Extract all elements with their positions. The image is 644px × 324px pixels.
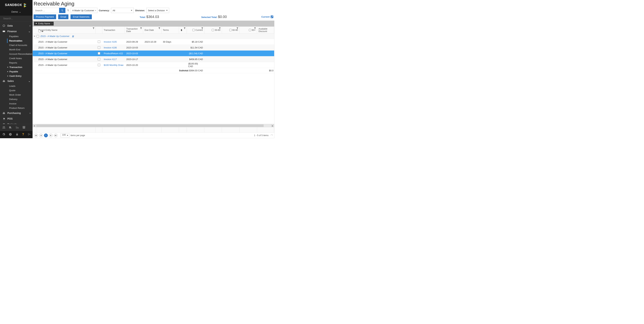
email-button[interactable]: Email xyxy=(58,15,68,19)
filter-icon[interactable] xyxy=(254,27,256,30)
email-statements-button[interactable]: Email Statemets xyxy=(70,15,92,19)
lock-icon[interactable] xyxy=(16,133,19,136)
search-button[interactable] xyxy=(59,8,66,13)
horizontal-scrollbar[interactable]: ◄ ► xyxy=(33,124,274,127)
nav-sub-quote[interactable]: Quote xyxy=(9,88,32,93)
group-checkbox[interactable] xyxy=(36,35,39,38)
col-transaction[interactable]: Transaction xyxy=(102,27,125,34)
process-payment-button[interactable]: Process Payment xyxy=(34,15,56,19)
page-last-button[interactable]: ⏭ xyxy=(54,133,58,137)
nav-item-sales[interactable]: Sales⌄ xyxy=(0,78,32,84)
clear-customer-icon[interactable]: × xyxy=(95,9,96,12)
nav-sub-product-return[interactable]: Product Return xyxy=(9,106,32,110)
filter-icon[interactable] xyxy=(219,27,221,30)
logout-icon[interactable] xyxy=(28,133,31,136)
col-parent[interactable]: Parent Entity Name xyxy=(37,27,96,34)
chart-icon[interactable] xyxy=(16,125,19,130)
cell-transaction[interactable]: ProductReturn #22 xyxy=(102,52,125,55)
sidebar-search[interactable] xyxy=(0,16,32,22)
cell-transaction[interactable]: Invoice #106 xyxy=(102,46,125,49)
table-row[interactable]: Z015 - A Made Up CustomerProductReturn #… xyxy=(33,51,274,56)
col-email[interactable] xyxy=(96,27,102,34)
nav-sub-month-end[interactable]: Month End xyxy=(9,47,32,52)
current-checkbox[interactable] xyxy=(271,16,273,18)
archive-icon[interactable] xyxy=(22,125,26,130)
filter-icon[interactable] xyxy=(93,27,94,30)
col-due-date[interactable]: Due Date xyxy=(143,27,162,34)
select-all-checkbox[interactable] xyxy=(38,30,40,32)
nav-sub-account-reconciliation[interactable]: Account Reconciliation xyxy=(9,52,32,56)
group-link[interactable]: Z015 - A Made Up Customer xyxy=(40,35,70,38)
nav-sub-payables[interactable]: Payables xyxy=(9,34,32,39)
nav-sub-chart-of-accounts[interactable]: Chart of Accounts xyxy=(9,43,32,47)
search-icon[interactable] xyxy=(67,9,69,12)
col-current[interactable]: Current xyxy=(187,27,204,34)
nav-sub-credit-notes[interactable]: Credit Notes xyxy=(9,56,32,61)
row-checkbox[interactable] xyxy=(98,64,100,66)
col-transaction-date[interactable]: Transaction Date xyxy=(125,27,143,34)
page-prev-button[interactable]: ◄ xyxy=(39,133,43,137)
gear-icon[interactable] xyxy=(2,133,5,136)
filter-icon[interactable] xyxy=(140,27,142,30)
row-checkbox[interactable] xyxy=(98,41,100,43)
filter-icon[interactable] xyxy=(158,27,160,30)
help-icon[interactable]: ? xyxy=(22,133,24,136)
group-chip[interactable]: Entity Name xyxy=(34,22,54,26)
nav-item-purchasing[interactable]: Purchasing› xyxy=(0,110,32,116)
col-terms[interactable]: Terms xyxy=(162,27,179,34)
nav-item-pos[interactable]: POS xyxy=(0,116,32,121)
filter-icon[interactable] xyxy=(236,27,238,30)
row-checkbox[interactable] xyxy=(98,52,100,55)
nav-item-projects[interactable]: Projects› xyxy=(0,121,32,124)
page-first-button[interactable]: ⏮ xyxy=(34,133,38,137)
nav-sub-receivables[interactable]: Receivables xyxy=(7,39,32,43)
scroll-right-icon[interactable]: ► xyxy=(271,124,274,127)
current-toggle[interactable]: Current xyxy=(261,16,273,18)
nav-sub-work-order[interactable]: Work Order xyxy=(9,93,32,97)
table-row[interactable]: Z015 - A Made Up Customer$100 Monthly Dr… xyxy=(33,62,274,68)
clock-icon[interactable] xyxy=(9,133,12,136)
truck-icon[interactable] xyxy=(9,125,12,130)
nav-sub-delivery[interactable]: Delivery xyxy=(9,97,32,101)
table-row[interactable]: Z015 - A Made Up CustomerInvoice #117202… xyxy=(33,56,274,62)
col-note[interactable] xyxy=(179,27,187,34)
nav-sub-leads[interactable]: Leads xyxy=(9,84,32,88)
cell-current: $458.85 CAD xyxy=(187,58,204,61)
nav-item-data[interactable]: Data› xyxy=(0,23,32,29)
currency-dropdown[interactable]: All xyxy=(111,8,134,13)
filter-icon[interactable] xyxy=(201,27,203,30)
user-plus-icon[interactable] xyxy=(72,35,74,38)
nav-sub-reports[interactable]: Reports xyxy=(9,61,32,65)
nav-item-finance[interactable]: Finance⌄ xyxy=(0,29,32,34)
row-checkbox[interactable] xyxy=(98,58,100,60)
people-icon[interactable] xyxy=(2,125,6,130)
row-checkbox[interactable] xyxy=(98,46,100,49)
search-input[interactable] xyxy=(34,8,59,13)
collapse-icon[interactable] xyxy=(34,36,35,37)
page-current[interactable]: 1 xyxy=(44,133,48,137)
division-dropdown[interactable]: Select a Division xyxy=(146,8,169,13)
scroll-thumb[interactable] xyxy=(36,124,264,127)
scroll-left-icon[interactable]: ◄ xyxy=(33,124,36,127)
col-available-discount[interactable]: Available Discount xyxy=(257,27,274,34)
cell-transaction[interactable]: $100 Monthly Draw xyxy=(102,64,125,66)
nav-sub-cash-entry[interactable]: Cash Entry xyxy=(7,74,32,78)
customer-filter-chip[interactable]: A Made Up Customer × xyxy=(71,8,98,13)
page-next-button[interactable]: ► xyxy=(49,133,53,137)
cell-transaction[interactable]: Invoice #117 xyxy=(102,58,125,61)
sidebar-search-input[interactable] xyxy=(3,17,34,20)
nav-sub-transaction[interactable]: Transaction xyxy=(7,65,32,69)
page-size-dropdown[interactable]: 100 xyxy=(60,133,70,137)
user-menu[interactable]: Demo⌄ xyxy=(0,10,32,16)
nav-sub-invoice[interactable]: Invoice xyxy=(9,101,32,106)
table-row[interactable]: Z015 - A Made Up CustomerInvoice #105202… xyxy=(33,39,274,45)
nav-sub-payable[interactable]: Payable xyxy=(7,69,32,74)
filter-icon[interactable] xyxy=(184,27,186,30)
cell-transaction[interactable]: Invoice #105 xyxy=(102,41,125,43)
col-30-60[interactable]: 30-60 xyxy=(204,27,222,34)
group-row[interactable]: Z015 - A Made Up Customer xyxy=(33,34,274,39)
refresh-icon[interactable] xyxy=(270,134,273,137)
col-90plus[interactable]: 90+ xyxy=(240,27,257,34)
table-row[interactable]: Z015 - A Made Up CustomerInvoice #106202… xyxy=(33,45,274,51)
col-60-90[interactable]: 60-90 xyxy=(222,27,240,34)
